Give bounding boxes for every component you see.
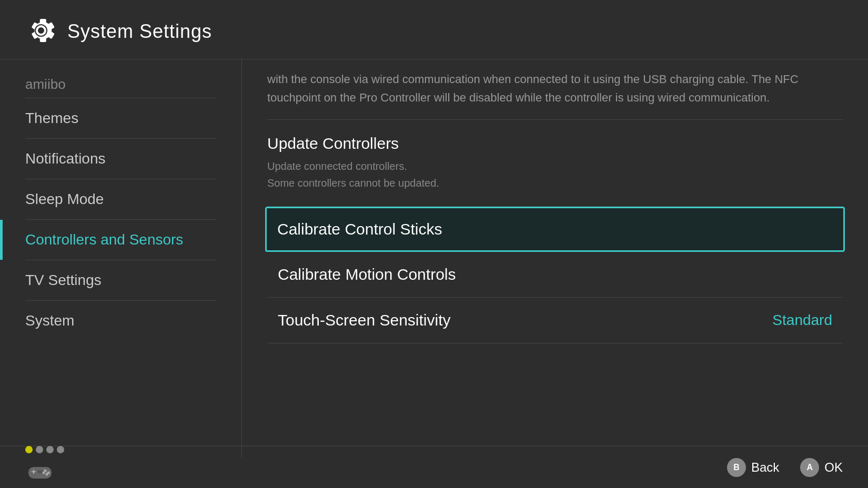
- footer: B Back A OK: [0, 446, 868, 488]
- dot-2: [36, 446, 43, 453]
- footer-left: [25, 446, 64, 489]
- touch-screen-label: Touch-Screen Sensitivity: [278, 311, 450, 329]
- touch-screen-sensitivity-row[interactable]: Touch-Screen Sensitivity Standard: [267, 298, 843, 343]
- dot-4: [57, 446, 64, 453]
- sidebar-item-notifications[interactable]: Notifications: [0, 139, 241, 179]
- sidebar-item-tv-settings[interactable]: TV Settings: [0, 260, 241, 300]
- footer-dots: [25, 446, 64, 453]
- sidebar-item-controllers-sensors[interactable]: Controllers and Sensors: [0, 220, 241, 260]
- page-title: System Settings: [67, 21, 212, 43]
- calibrate-motion-item[interactable]: Calibrate Motion Controls: [267, 252, 843, 298]
- sidebar-item-amiibo[interactable]: amiibo: [0, 65, 241, 98]
- svg-rect-2: [33, 470, 34, 474]
- sidebar-item-sleep-mode[interactable]: Sleep Mode: [0, 179, 241, 219]
- controller-icon: [25, 458, 55, 487]
- gear-icon: [25, 15, 57, 48]
- svg-rect-7: [37, 470, 43, 473]
- main-layout: amiibo Themes Notifications Sleep Mode C…: [0, 59, 868, 458]
- wired-communication-description: with the console via wired communication…: [267, 59, 843, 120]
- dot-3: [46, 446, 54, 453]
- content-area: with the console via wired communication…: [242, 59, 868, 458]
- sidebar-item-system[interactable]: System: [0, 301, 241, 341]
- dot-1: [25, 446, 33, 453]
- svg-point-5: [46, 473, 48, 475]
- b-button-circle: B: [727, 458, 746, 477]
- svg-point-6: [43, 471, 45, 474]
- svg-point-3: [44, 469, 47, 472]
- a-button-circle: A: [800, 458, 819, 477]
- ok-button[interactable]: A OK: [800, 458, 843, 477]
- back-label: Back: [751, 460, 779, 475]
- update-controllers-section: Update Controllers Update connected cont…: [267, 120, 843, 207]
- sidebar-item-themes[interactable]: Themes: [0, 98, 241, 138]
- update-controllers-title: Update Controllers: [267, 135, 843, 152]
- footer-right: B Back A OK: [727, 458, 843, 477]
- touch-screen-value: Standard: [772, 312, 832, 329]
- back-button[interactable]: B Back: [727, 458, 779, 477]
- update-controllers-desc: Update connected controllers. Some contr…: [267, 158, 843, 191]
- sidebar: amiibo Themes Notifications Sleep Mode C…: [0, 59, 242, 458]
- footer-controller-indicator: [25, 446, 64, 489]
- header: System Settings: [0, 0, 868, 59]
- ok-label: OK: [824, 460, 843, 475]
- calibrate-sticks-item[interactable]: Calibrate Control Sticks: [265, 207, 845, 252]
